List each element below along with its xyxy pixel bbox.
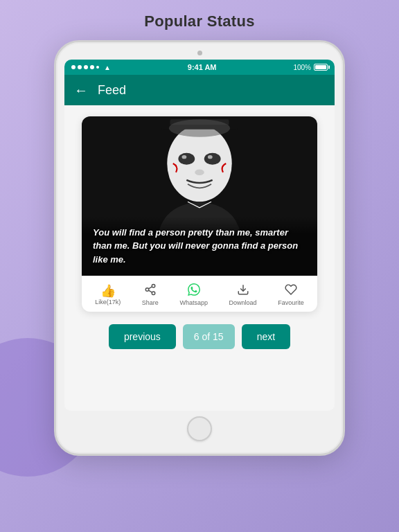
signal-dot-1	[71, 65, 76, 69]
camera-dot	[197, 51, 202, 55]
svg-point-12	[152, 292, 155, 295]
like-action[interactable]: 👍 Like(17k)	[95, 285, 121, 305]
svg-point-11	[145, 288, 149, 292]
screen: ▲ 9:41 AM 100% ← Feed	[64, 60, 335, 411]
page-title: Popular Status	[144, 12, 254, 30]
share-icon	[144, 283, 157, 298]
whatsapp-icon	[188, 283, 200, 298]
ipad-frame: ▲ 9:41 AM 100% ← Feed	[54, 40, 345, 456]
share-label: Share	[142, 299, 159, 306]
toolbar: ← Feed	[64, 75, 335, 105]
content-area: You will find a person pretty than me, s…	[64, 105, 335, 411]
quote-text: You will find a person pretty than me, s…	[93, 226, 306, 267]
battery-percentage: 100%	[293, 64, 311, 71]
svg-point-9	[169, 119, 230, 137]
svg-point-5	[208, 155, 213, 159]
like-label: Like(17k)	[95, 299, 121, 305]
home-button[interactable]	[187, 416, 212, 441]
quote-card: You will find a person pretty than me, s…	[82, 116, 317, 312]
page-indicator: 6 of 15	[183, 324, 235, 349]
battery-fill	[315, 65, 326, 69]
back-button[interactable]: ←	[74, 83, 88, 97]
battery-icon	[314, 64, 328, 71]
svg-point-4	[182, 155, 187, 159]
action-bar: 👍 Like(17k) Share	[82, 276, 317, 312]
like-icon: 👍	[100, 285, 116, 297]
download-label: Download	[229, 299, 257, 306]
status-bar: ▲ 9:41 AM 100%	[64, 60, 335, 75]
svg-point-6	[195, 170, 204, 176]
favourite-action[interactable]: Favourite	[278, 283, 304, 306]
download-action[interactable]: Download	[229, 283, 257, 306]
signal-dot-2	[78, 65, 82, 69]
next-button[interactable]: next	[242, 324, 290, 349]
download-icon	[237, 283, 249, 298]
signal-dot-5	[96, 66, 99, 69]
svg-point-3	[204, 153, 221, 165]
svg-point-2	[178, 153, 195, 165]
status-right: 100%	[293, 64, 328, 71]
share-action[interactable]: Share	[142, 283, 159, 306]
wifi-icon: ▲	[104, 64, 111, 71]
favourite-icon	[285, 283, 297, 298]
svg-line-13	[148, 290, 152, 292]
toolbar-title: Feed	[98, 83, 126, 98]
svg-point-10	[152, 285, 155, 288]
previous-button[interactable]: previous	[109, 324, 176, 349]
whatsapp-action[interactable]: Whatsapp	[179, 283, 208, 306]
quote-text-overlay: You will find a person pretty than me, s…	[82, 216, 317, 276]
quote-image: You will find a person pretty than me, s…	[82, 116, 317, 276]
signal-dots: ▲	[71, 64, 111, 71]
pagination: previous 6 of 15 next	[109, 324, 290, 349]
signal-dot-3	[84, 65, 88, 69]
whatsapp-label: Whatsapp	[179, 299, 208, 306]
signal-dot-4	[90, 65, 94, 69]
status-time: 9:41 AM	[188, 63, 217, 71]
svg-line-14	[148, 287, 152, 289]
favourite-label: Favourite	[278, 299, 304, 306]
